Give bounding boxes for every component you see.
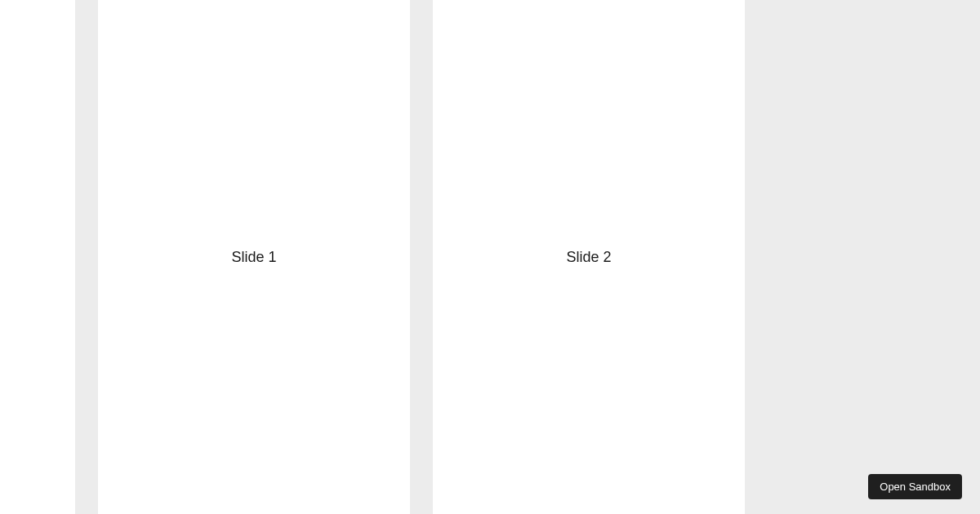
open-sandbox-button[interactable]: Open Sandbox [868,474,962,499]
slide-card[interactable]: Slide 1 [98,0,410,514]
slide-label: Slide 1 [231,249,276,266]
slide-label: Slide 2 [566,249,611,266]
slide-card[interactable]: Slide 2 [433,0,745,514]
carousel-container[interactable]: Slide 9 Slide 1 Slide 2 [0,0,745,514]
slide-card[interactable]: Slide 9 [0,0,75,514]
